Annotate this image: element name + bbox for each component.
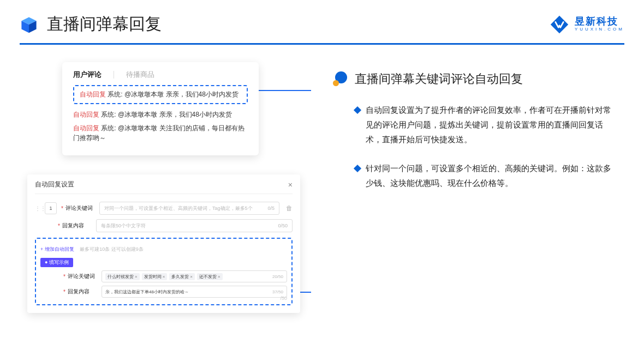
- brand-text: 昱新科技 YUUXIN.COM: [575, 16, 624, 32]
- message-text: 系统: @冰墩墩本墩 关注我们的店铺，每日都有热门推荐哟～: [73, 124, 245, 142]
- keyword-row: ⋮⋮ 1 * 评论关键词 对同一个问题，可设置多个相近、高频的关键词，Tag确定…: [35, 202, 293, 215]
- example-keyword-row: * 评论关键词 什么时候发货 发货时间 多久发货 还不发货 20/50: [40, 270, 287, 282]
- highlighted-text: 系统: @冰墩墩本墩 亲亲，我们48小时内发货: [108, 90, 238, 98]
- right-column: 直播间弹幕关键词评论自动回复 自动回复设置为了提升作者的评论回复效率，作者可在开…: [333, 58, 624, 204]
- add-auto-reply-link[interactable]: + 增加自动回复: [40, 246, 74, 253]
- header: 直播间弹幕回复 昱新科技 YUUXIN.COM: [0, 0, 644, 35]
- auto-reply-label: 自动回复: [73, 111, 99, 118]
- settings-panel: 自动回复设置 × ⋮⋮ 1 * 评论关键词 对同一个问题，可设置多个相近、高频的…: [27, 174, 300, 313]
- circles-icon: [333, 71, 348, 87]
- field-label-content: * 回复内容: [63, 288, 97, 295]
- example-block: + 增加自动回复 最多可建10条 还可以创建9条 ● 填写示例 * 评论关键词 …: [35, 238, 293, 305]
- settings-header: 自动回复设置 ×: [35, 180, 293, 194]
- keyword-placeholder: 对同一个问题，可设置多个相近、高频的关键词，Tag确定，最多5个: [104, 205, 253, 212]
- brand-logo-icon: [550, 15, 569, 34]
- content-row: * 回复内容 每条限50个中文字符 0/50: [35, 219, 293, 232]
- message-row: 自动回复 系统: @冰墩墩本墩 关注我们的店铺，每日都有热门推荐哟～: [73, 123, 248, 143]
- diamond-icon: [354, 165, 361, 172]
- auto-reply-label: 自动回复: [73, 124, 99, 132]
- add-row: + 增加自动回复 最多可建10条 还可以创建9条: [40, 243, 287, 256]
- cube-icon: [20, 15, 38, 34]
- required-mark: *: [63, 289, 65, 295]
- left-column: 用户评论 待播商品 自动回复 系统: @冰墩墩本墩 亲亲，我们48小时内发货 自…: [27, 58, 311, 328]
- tabs: 用户评论 待播商品: [73, 70, 248, 80]
- required-mark: *: [63, 274, 65, 280]
- drag-handle-icon[interactable]: ⋮⋮: [35, 206, 40, 212]
- field-label-keyword: * 评论关键词: [63, 273, 97, 280]
- settings-title: 自动回复设置: [35, 180, 74, 189]
- example-content-input[interactable]: 亲，我们这边都是下单48小时内发货的哈～ 37/50: [102, 286, 287, 298]
- example-keyword-input[interactable]: 什么时候发货 发货时间 多久发货 还不发货 20/50: [102, 270, 287, 282]
- highlighted-message: 自动回复 系统: @冰墩墩本墩 亲亲，我们48小时内发货: [73, 85, 248, 104]
- example-content-value: 亲，我们这边都是下单48小时内发货的哈～: [105, 289, 189, 295]
- example-badge: ● 填写示例: [40, 258, 73, 267]
- ghost-count: /50: [280, 295, 287, 301]
- auto-reply-label: 自动回复: [80, 90, 106, 98]
- brand: 昱新科技 YUUXIN.COM: [550, 15, 624, 34]
- main: 用户评论 待播商品 自动回复 系统: @冰墩墩本墩 亲亲，我们48小时内发货 自…: [0, 45, 644, 328]
- keyword-count: 0/5: [267, 206, 275, 211]
- tab-pending-products[interactable]: 待播商品: [126, 70, 154, 80]
- trash-icon[interactable]: 🗑: [286, 204, 293, 212]
- paragraph-1: 自动回复设置为了提升作者的评论回复效率，作者可在开播前针对常见的评论用户问题，提…: [333, 102, 619, 147]
- add-hint: 最多可建10条 还可以创建9条: [80, 246, 144, 252]
- rule-number: 1: [45, 202, 57, 214]
- diamond-icon: [354, 106, 361, 114]
- brand-name-cn: 昱新科技: [575, 16, 624, 27]
- section-title: 直播间弹幕关键词评论自动回复: [355, 71, 523, 87]
- section-head: 直播间弹幕关键词评论自动回复: [333, 71, 619, 87]
- brand-url: YUUXIN.COM: [575, 27, 624, 32]
- message-row: 自动回复 系统: @冰墩墩本墩 亲亲，我们48小时内发货: [73, 110, 248, 120]
- tab-separator: [114, 71, 114, 79]
- comments-panel: 用户评论 待播商品 自动回复 系统: @冰墩墩本墩 亲亲，我们48小时内发货 自…: [62, 62, 259, 155]
- required-mark: *: [61, 206, 63, 212]
- paragraph-2: 针对同一个问题，可设置多个相近的、高频的关键词。例如：这款多少钱、这块能优惠吗、…: [333, 161, 619, 190]
- tag[interactable]: 发货时间: [142, 273, 168, 280]
- tag[interactable]: 多久发货: [169, 273, 195, 280]
- tab-user-comments[interactable]: 用户评论: [73, 70, 102, 80]
- required-mark: *: [58, 223, 60, 229]
- message-text: 系统: @冰墩墩本墩 亲亲，我们48小时内发货: [101, 111, 232, 118]
- paragraph-1-text: 自动回复设置为了提升作者的评论回复效率，作者可在开播前针对常见的评论用户问题，提…: [366, 102, 619, 147]
- close-icon[interactable]: ×: [288, 180, 293, 189]
- content-count: 0/50: [278, 223, 288, 228]
- example-content-count: 37/50: [272, 289, 283, 294]
- paragraph-2-text: 针对同一个问题，可设置多个相近的、高频的关键词。例如：这款多少钱、这块能优惠吗、…: [366, 161, 619, 190]
- example-content-row: * 回复内容 亲，我们这边都是下单48小时内发货的哈～ 37/50: [40, 286, 287, 298]
- page-title: 直播间弹幕回复: [47, 13, 162, 35]
- keyword-input[interactable]: 对同一个问题，可设置多个相近、高频的关键词，Tag确定，最多5个 0/5: [99, 202, 279, 215]
- svg-marker-3: [551, 15, 568, 33]
- content-placeholder: 每条限50个中文字符: [101, 222, 146, 230]
- example-keyword-count: 20/50: [272, 274, 283, 279]
- content-input[interactable]: 每条限50个中文字符 0/50: [96, 219, 293, 232]
- tag[interactable]: 什么时候发货: [105, 273, 140, 280]
- field-label-content: * 回复内容: [58, 222, 92, 230]
- field-label-keyword: * 评论关键词: [61, 204, 95, 212]
- title-wrap: 直播间弹幕回复: [20, 13, 162, 35]
- tag[interactable]: 还不发货: [197, 273, 223, 280]
